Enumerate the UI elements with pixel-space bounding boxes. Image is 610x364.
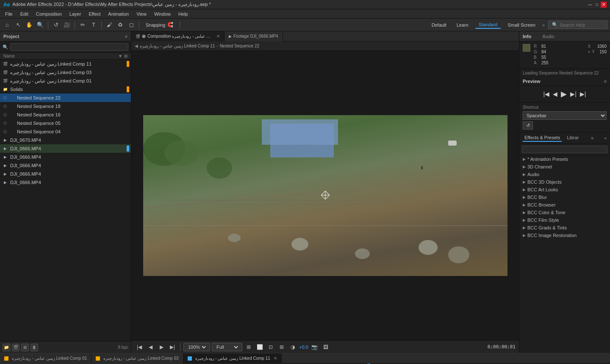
prev-frame-button[interactable]: ◀ [146,342,155,352]
menu-item-layer[interactable]: Layer [66,11,85,17]
new-folder-button[interactable]: 📁 [3,344,10,351]
timeline-tab-1[interactable]: زمین عباس - رودبارچیره Linked Comp 01 [0,353,92,364]
shortcut-select[interactable]: Spacebar 0 (numpad) [523,111,607,120]
column-settings-icon[interactable]: ⊞ [124,54,128,58]
search-help-box[interactable]: 🔍 [548,21,607,29]
effect-category-0[interactable]: ▶* Animation Presets [519,155,610,163]
new-comp-button[interactable]: 🎬 [12,344,19,351]
menu-item-edit[interactable]: Edit [17,11,32,17]
comp-tab-close-1[interactable]: ✕ [216,34,220,39]
menu-item-window[interactable]: Window [151,11,174,17]
project-list-item-12[interactable]: ▶DJI_0666.MP4 [0,153,131,161]
zoom-select[interactable]: 100% 50% 200% [186,344,207,350]
menu-item-animation[interactable]: Animation [105,11,132,17]
library-tab[interactable]: Librar [565,134,580,142]
menu-item-help[interactable]: Help [175,11,191,17]
effect-category-2[interactable]: ▶Audio [519,171,610,178]
text-tool[interactable]: T [89,20,98,30]
workspace-standard[interactable]: Standard [475,21,501,29]
project-list-item-8[interactable]: ⬡Nested Sequence 05 [0,119,131,127]
quality-control[interactable]: Full Half Quarter [212,343,242,351]
effect-category-7[interactable]: ▶BCC Color & Tone [519,209,610,216]
effect-category-3[interactable]: ▶BCC 3D Objects [519,178,610,186]
close-button[interactable]: ✕ [601,2,607,8]
search-help-input[interactable] [560,22,602,28]
effect-category-4[interactable]: ▶BCC Art Looks [519,186,610,193]
rotation-tool[interactable]: ↺ [51,20,61,30]
last-frame-preview-button[interactable]: ▶| [580,91,586,97]
project-list-item-4[interactable]: 📁Solids [0,85,131,94]
brush-tool[interactable]: 🖌 [105,20,114,30]
effect-category-6[interactable]: ▶BCC Browser [519,201,610,209]
menu-item-file[interactable]: File [2,11,16,17]
clone-tool[interactable]: ♻ [116,20,125,30]
workspace-default[interactable]: Default [428,22,450,28]
home-button[interactable]: ⌂ [3,20,12,30]
preview-menu-icon[interactable]: ≡ [604,79,607,84]
project-list-item-3[interactable]: 🎬زمین عباس - رودبارچیره Linked Comp 01 [0,77,131,85]
effect-category-8[interactable]: ▶BCC Film Style [519,216,610,224]
prev-frame-preview-button[interactable]: ◀ [553,91,557,97]
menu-item-view[interactable]: View [133,11,150,17]
workspace-learn[interactable]: Learn [453,22,472,28]
eraser-tool[interactable]: ◻ [127,20,136,30]
zoom-tool[interactable]: 🔍 [36,20,45,30]
camera-tool[interactable]: 🎥 [62,20,72,30]
effect-category-9[interactable]: ▶BCC Grads & Tints [519,224,610,232]
aspect-ratio-icon[interactable]: ⬜ [255,342,264,352]
effects-search-input[interactable] [522,146,607,153]
project-list-item-14[interactable]: ▶DJI_0666.MP4 [0,170,131,178]
effect-category-1[interactable]: ▶3D Channel [519,163,610,171]
menu-item-composition[interactable]: Composition [33,11,65,17]
exposure-icon[interactable]: ◑ [288,342,297,352]
menu-item-effect[interactable]: Effect [85,11,104,17]
play-preview-button[interactable]: ▶ [561,89,567,99]
play-button[interactable]: ▶ [157,342,166,352]
project-list-item-2[interactable]: 🎬زمین عباس - رودبارچیره Linked Comp 03 [0,68,131,77]
breadcrumb-back-icon[interactable]: ◀ [135,44,138,48]
project-list-item-1[interactable]: 🎬زمین عباس - رودبارچیره Linked Comp 11 [0,60,131,68]
project-list-item-5[interactable]: ⬡Nested Sequence 22 [0,94,131,102]
project-list-item-11[interactable]: ▶DJI_0666.MP4 [0,144,131,153]
timeline-tab-close-3[interactable]: ✕ [274,356,277,361]
first-frame-preview-button[interactable]: |◀ [543,91,550,97]
snapshot-icon[interactable]: 📷 [310,342,319,352]
effects-overflow[interactable]: » [604,135,607,141]
resolution-icon[interactable]: ⊞ [244,342,253,352]
project-list-item-15[interactable]: ▶DJI_0666.MP4 [0,178,131,187]
comp-tab-1[interactable]: 🎬 ⬤ Composition زمین عباس - رودبارچیره L… [131,31,225,41]
sort-icon[interactable]: ▼ [118,54,122,58]
zoom-control[interactable]: 100% 50% 200% [183,343,210,351]
project-list-item-9[interactable]: ⬡Nested Sequence 04 [0,127,131,136]
maximize-button[interactable]: □ [594,2,600,8]
project-list-item-7[interactable]: ⬡Nested Sequence 16 [0,110,131,119]
first-frame-button[interactable]: |◀ [135,342,144,352]
timeline-tab-2[interactable]: زمین عباس - رودبارچیره Linked Comp 03 [92,353,183,364]
next-frame-preview-button[interactable]: ▶| [570,91,577,97]
info-tab[interactable]: Info [523,34,531,39]
workspace-small-screen[interactable]: Small Screen [504,22,538,28]
project-search-input[interactable] [10,43,128,51]
new-solid-button[interactable]: ⊞ [21,344,29,351]
minimize-button[interactable]: — [587,2,593,8]
snapping-toggle[interactable]: Snapping 🧲 [142,21,177,28]
project-panel-menu-icon[interactable]: ≡ [125,34,128,39]
next-frame-button[interactable]: ▶| [168,342,177,352]
show-snapshot-icon[interactable]: 🖼 [321,342,330,352]
project-list-item-6[interactable]: ⬡Nested Sequence 18 [0,102,131,110]
project-list-item-10[interactable]: ▶DJI_0670.MP4 [0,136,131,144]
breadcrumb-item-2[interactable]: Nested Sequence 22 [220,44,259,48]
effects-menu-icon[interactable]: ≡ [591,135,593,141]
effect-category-5[interactable]: ▶BCC Blur [519,193,610,201]
shortcut-reset-button[interactable]: ↺ [523,121,533,130]
effect-category-10[interactable]: ▶BCC Image Restoration [519,232,610,239]
select-tool[interactable]: ↖ [14,20,23,30]
delete-button[interactable]: 🗑 [30,344,38,351]
pen-tool[interactable]: ✏ [78,20,87,30]
effects-presets-tab[interactable]: Effects & Presets [523,134,562,142]
safe-zone-icon[interactable]: ⊡ [266,342,275,352]
timeline-tab-3[interactable]: زمین عباس - رودبارچیره Linked Comp 11✕ [183,353,282,364]
audio-tab[interactable]: Audio [542,34,554,39]
hand-tool[interactable]: ✋ [25,20,34,30]
grid-icon[interactable]: ⊞ [277,342,286,352]
